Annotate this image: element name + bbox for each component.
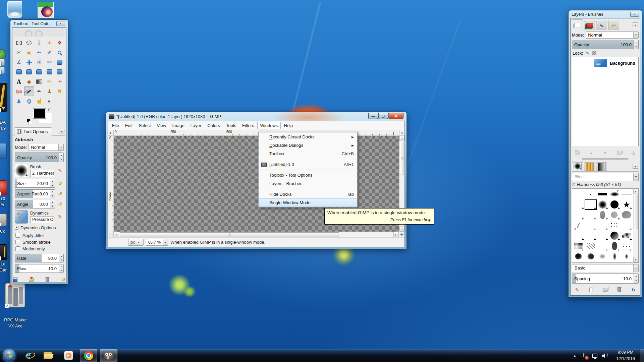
vertical-ruler[interactable]: 0250 <box>108 136 114 232</box>
brush-scroll-thumb[interactable] <box>634 195 638 230</box>
brush-item[interactable] <box>573 189 585 199</box>
dock-splitter[interactable] <box>582 158 629 160</box>
flow-spinner[interactable] <box>59 264 63 273</box>
gray-app-shortcut[interactable]: ↗ <box>0 214 7 226</box>
brush-item[interactable]: + <box>585 231 597 241</box>
spacing-spinner[interactable] <box>634 274 638 283</box>
select-by-color-tool[interactable]: ❖ <box>55 38 65 48</box>
close-icon[interactable]: × <box>56 21 65 26</box>
fuzzy-select-tool[interactable]: ✶ <box>44 38 54 48</box>
brush-item[interactable]: + <box>573 241 585 251</box>
brush-item[interactable]: + <box>597 231 609 241</box>
eraser-tool[interactable] <box>14 86 24 96</box>
zoom-select[interactable]: 66.7 % <box>146 239 168 246</box>
menu-view[interactable]: View <box>154 122 169 129</box>
cage-transform-tool[interactable] <box>55 67 65 77</box>
opacity-spinner[interactable] <box>59 153 63 162</box>
tab-paths[interactable]: ∿ <box>596 21 607 30</box>
angle-slider[interactable]: Angle 0.00 <box>15 200 55 208</box>
menu-select[interactable]: Select <box>136 122 154 129</box>
taskbar-media-player[interactable] <box>60 349 77 362</box>
menu-item-toolbox-tool-options[interactable]: Toolbox - Tool Options <box>259 171 357 179</box>
brush-item[interactable] <box>585 241 597 251</box>
foreground-select-tool[interactable]: ▣ <box>24 48 34 57</box>
minimize-button[interactable]: — <box>368 113 378 119</box>
menu-file[interactable]: File <box>109 122 122 129</box>
free-select-tool[interactable]: ξ <box>34 38 44 48</box>
show-desktop-button[interactable] <box>640 349 644 362</box>
vertical-scroll-thumb[interactable] <box>400 142 404 175</box>
maximize-button[interactable]: ▢ <box>378 113 388 119</box>
scale-tool[interactable] <box>14 67 24 77</box>
scroll-down-icon[interactable]: ▾ <box>633 257 638 262</box>
scroll-down-icon[interactable]: ▾ <box>399 226 405 232</box>
red-app-shortcut[interactable]: ↗ <box>0 180 7 195</box>
brush-item[interactable] <box>608 189 621 199</box>
menu-item-recently-closed-docks[interactable]: Recently Closed Docks▶ <box>259 133 357 141</box>
brush-item[interactable] <box>585 189 597 199</box>
layer-list[interactable]: Background <box>572 57 639 146</box>
reset-size-icon[interactable] <box>56 180 64 187</box>
menu-layer[interactable]: Layer <box>187 122 205 129</box>
reset-tool-options-icon[interactable] <box>60 276 66 282</box>
tab-gradients[interactable] <box>596 162 607 171</box>
edit-brush-icon[interactable] <box>574 286 581 294</box>
brush-item[interactable] <box>621 189 633 199</box>
scroll-left-icon[interactable]: ◂ <box>114 232 119 237</box>
move-tool[interactable] <box>24 57 34 67</box>
size-spinner[interactable] <box>50 179 55 187</box>
zoom-fit-icon[interactable]: ⊕ <box>399 130 405 135</box>
align-tool[interactable]: ⊞ <box>34 57 44 67</box>
menu-item-untitled-1-0[interactable]: [Untitled]-1.0Alt+1 <box>259 160 357 169</box>
rate-slider[interactable]: Rate 80.0 <box>15 254 64 262</box>
menu-item-hide-docks[interactable]: Hide DocksTab <box>259 190 357 198</box>
brush-item[interactable]: + <box>597 199 609 210</box>
brush-item[interactable]: + <box>585 210 597 220</box>
start-button[interactable] <box>3 349 15 362</box>
brush-item[interactable] <box>573 251 585 262</box>
tab-layers[interactable] <box>572 19 583 30</box>
menu-item-layers-brushes[interactable]: Layers - Brushes <box>259 179 357 188</box>
brush-item[interactable] <box>608 220 621 231</box>
navigation-cross-icon[interactable]: ✛ <box>399 232 405 237</box>
horizontal-scrollbar[interactable] <box>119 232 393 237</box>
quick-mask-toggle[interactable] <box>108 232 114 237</box>
smudge-tool[interactable]: ☝ <box>34 96 44 106</box>
anchor-layer-icon[interactable] <box>630 149 637 156</box>
measure-tool[interactable]: ∡ <box>14 57 24 67</box>
brush-item[interactable]: + <box>608 210 621 220</box>
menu-item-single-window-mode[interactable]: Single-Window Mode <box>259 198 357 207</box>
scroll-right-icon[interactable]: ▸ <box>393 232 399 237</box>
dodge-burn-tool[interactable]: ◐ <box>44 96 54 106</box>
perspective-tool[interactable] <box>34 67 44 77</box>
delete-brush-icon[interactable] <box>616 286 623 294</box>
brush-item[interactable]: + <box>585 220 597 231</box>
brush-item[interactable] <box>597 251 609 262</box>
brush-item[interactable]: + <box>621 231 633 241</box>
ink-tool[interactable]: ✒ <box>34 86 44 96</box>
restore-tool-preset-icon[interactable] <box>28 276 35 282</box>
menu-edit[interactable]: Edit <box>122 122 136 129</box>
tab-tool-options[interactable]: Tool Options <box>14 127 52 136</box>
taskbar-clock[interactable]: 9:09 PM 12/1/2016 <box>612 349 639 362</box>
blur-sharpen-tool[interactable] <box>24 96 34 106</box>
menu-windows[interactable]: Windows <box>257 122 281 129</box>
menu-image[interactable]: Image <box>169 122 187 129</box>
shear-tool[interactable] <box>24 67 34 77</box>
layer-row[interactable]: Background <box>572 57 638 69</box>
blue-app-shortcut[interactable]: ↗ <box>0 143 7 159</box>
network-icon[interactable] <box>591 352 598 359</box>
heal-tool[interactable]: ✖ <box>55 86 65 96</box>
raise-layer-icon[interactable] <box>588 149 595 156</box>
swap-colors-icon[interactable]: ⇄ <box>48 107 51 112</box>
brush-grid-scrollbar[interactable]: ▴ ▾ <box>633 189 638 262</box>
action-center-icon[interactable]: ✕ <box>581 352 588 359</box>
menu-colors[interactable]: Colors <box>204 122 223 129</box>
brush-item[interactable] <box>608 251 621 262</box>
brush-filter-input[interactable]: filter <box>572 173 639 181</box>
dynamics-name-field[interactable]: Pressure Opacity <box>30 216 54 223</box>
aspect-ratio-spinner[interactable] <box>50 190 55 198</box>
spacing-slider[interactable]: Spacing 10.0 <box>572 274 639 284</box>
paint-mode-select[interactable]: Normal <box>29 144 64 151</box>
volume-icon[interactable] <box>601 352 608 359</box>
